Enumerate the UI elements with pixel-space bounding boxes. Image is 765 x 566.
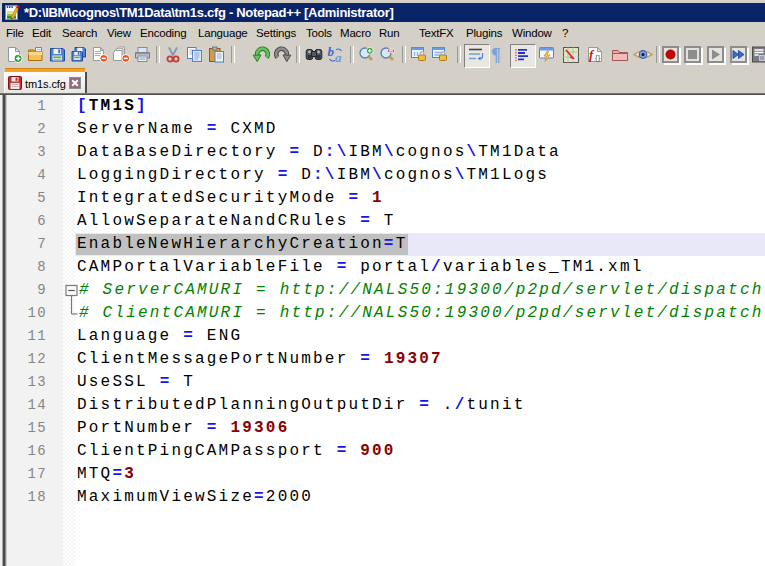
svg-text:{}: {} (595, 53, 601, 62)
svg-text:¶: ¶ (491, 46, 501, 64)
svg-text:b: b (328, 46, 335, 59)
svg-text:a: a (335, 50, 342, 63)
